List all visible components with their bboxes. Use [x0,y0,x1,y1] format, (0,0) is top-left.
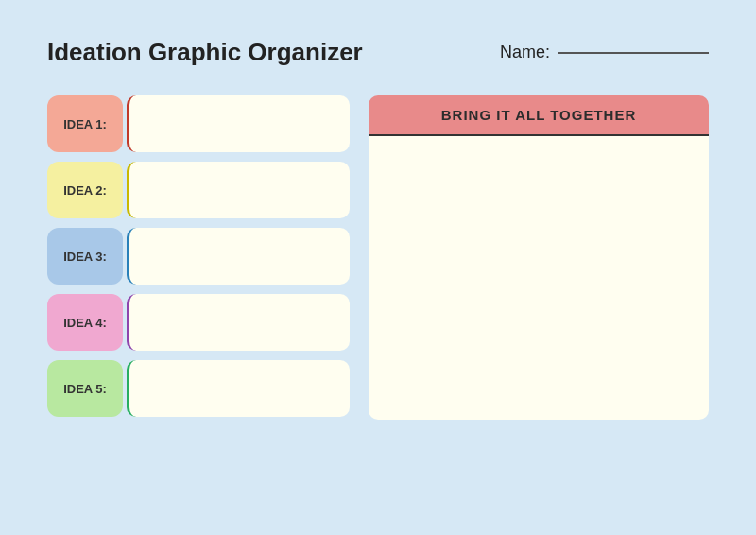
bring-together-column: BRING IT ALL TOGETHER [369,95,709,420]
idea-input-5[interactable] [127,360,350,417]
idea-row-4: IDEA 4: [47,294,350,351]
idea-input-3[interactable] [127,228,350,285]
idea-row-2: IDEA 2: [47,162,350,218]
bring-together-body[interactable] [369,136,709,420]
idea-input-1[interactable] [127,95,350,152]
idea-label-3: IDEA 3: [47,228,123,285]
idea-label-4: IDEA 4: [47,294,123,351]
name-underline [558,52,709,54]
page-title: Ideation Graphic Organizer [47,38,363,67]
main-content: IDEA 1: IDEA 2: IDEA 3: IDEA 4: [47,95,709,420]
name-label: Name: [500,43,550,62]
idea-row-1: IDEA 1: [47,95,350,152]
idea-input-2[interactable] [127,162,350,218]
header: Ideation Graphic Organizer Name: [47,38,709,67]
ideas-column: IDEA 1: IDEA 2: IDEA 3: IDEA 4: [47,95,350,420]
idea-row-5: IDEA 5: [47,360,350,417]
idea-row-3: IDEA 3: [47,228,350,285]
idea-input-4[interactable] [127,294,350,351]
idea-label-1: IDEA 1: [47,95,123,152]
bring-together-header: BRING IT ALL TOGETHER [369,95,709,136]
name-field-container: Name: [500,43,709,62]
page: Ideation Graphic Organizer Name: IDEA 1:… [0,0,756,535]
idea-label-2: IDEA 2: [47,162,123,218]
idea-label-5: IDEA 5: [47,360,123,417]
